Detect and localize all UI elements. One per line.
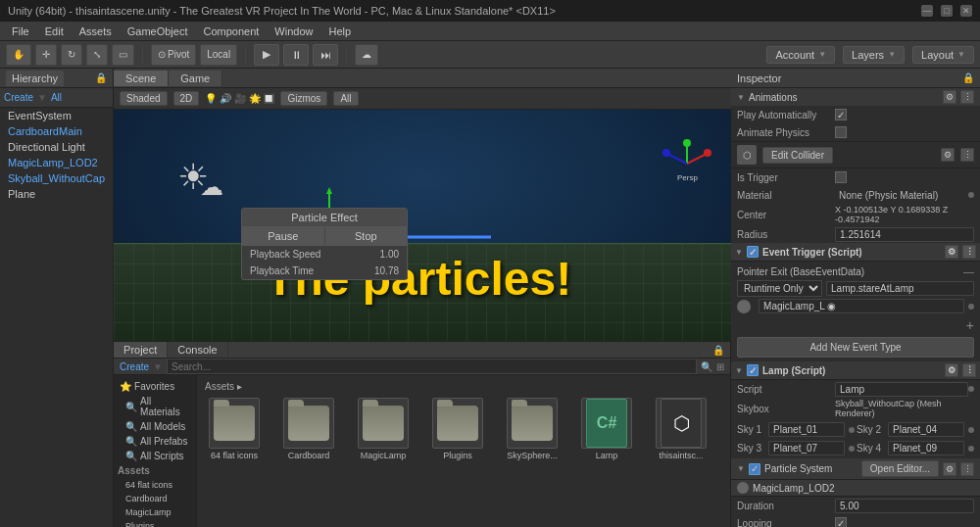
collider-settings[interactable]: ⚙ [941, 148, 955, 162]
rotate-tool[interactable]: ↻ [61, 44, 82, 66]
all-button[interactable]: All [333, 91, 358, 106]
hierarchy-item-plane[interactable]: Plane [0, 186, 113, 202]
asset-plugins[interactable]: Plugins [424, 398, 491, 460]
hierarchy-item-cardboardmain[interactable]: CardboardMain [0, 123, 113, 139]
menu-file[interactable]: File [4, 24, 37, 39]
sky1-dot[interactable] [849, 427, 855, 433]
event-overflow[interactable]: ⋮ [962, 245, 976, 259]
close-button[interactable]: ✕ [960, 5, 972, 17]
menu-window[interactable]: Window [267, 24, 320, 39]
is-trigger-checkbox[interactable] [835, 171, 847, 183]
stop-button[interactable]: Stop [325, 227, 408, 245]
animations-header[interactable]: ▼ Animations ⚙ ⋮ [731, 88, 980, 106]
anim-overflow[interactable]: ⋮ [960, 90, 974, 104]
local-button[interactable]: Local [200, 44, 237, 66]
sidebar-fav-models[interactable]: 🔍 All Models [114, 419, 196, 434]
lamp-dot[interactable] [968, 304, 974, 310]
menu-assets[interactable]: Assets [72, 24, 120, 39]
tab-project[interactable]: Project [114, 342, 168, 358]
rect-tool[interactable]: ▭ [112, 44, 134, 66]
particle-toggle[interactable]: ✓ [749, 463, 760, 475]
hierarchy-item-dirlight[interactable]: Directional Light [0, 139, 113, 155]
tab-console[interactable]: Console [168, 342, 227, 358]
lamp-overflow[interactable]: ⋮ [962, 363, 976, 377]
sky2-dot[interactable] [968, 427, 974, 433]
asset-lamp-cs[interactable]: C# Lamp [573, 398, 640, 460]
play-auto-checkbox[interactable]: ✓ [835, 109, 847, 120]
tab-game[interactable]: Game [169, 71, 222, 86]
sidebar-fav-scripts[interactable]: 🔍 All Scripts [114, 449, 196, 463]
scale-tool[interactable]: ⤡ [86, 44, 108, 66]
asset-skysphere[interactable]: SkySphere... [499, 398, 565, 460]
maximize-button[interactable]: □ [941, 5, 953, 17]
all-label[interactable]: All [51, 92, 62, 103]
asset-unity[interactable]: ⬡ thisaintsc... [648, 398, 714, 460]
step-button[interactable]: ⏭ [313, 44, 338, 66]
hierarchy-item-eventsystem[interactable]: EventSystem [0, 108, 113, 123]
script-dot[interactable] [968, 386, 974, 392]
sky4-dot[interactable] [968, 446, 974, 452]
animate-physics-checkbox[interactable] [835, 126, 847, 138]
radius-value[interactable]: 1.251614 [835, 227, 974, 242]
event-trigger-header[interactable]: ▼ ✓ Event Trigger (Script) ⚙ ⋮ [731, 243, 980, 262]
asset-64flat[interactable]: 64 flat icons [201, 398, 268, 460]
hand-tool[interactable]: ✋ [6, 44, 31, 66]
sidebar-magiclamp[interactable]: MagicLamp [114, 505, 196, 519]
sky3-dot[interactable] [849, 446, 855, 452]
particle-settings[interactable]: ⚙ [943, 462, 956, 476]
layout-button[interactable]: Layout ▼ [912, 46, 974, 64]
pause-button[interactable]: ⏸ [283, 44, 309, 66]
plus-button[interactable]: + [966, 317, 974, 333]
hierarchy-panel: Hierarchy 🔒 Create ▼ All EventSystem Car… [0, 69, 114, 527]
minimize-button[interactable]: — [921, 5, 933, 17]
sidebar-64flat[interactable]: 64 flat icons [114, 478, 196, 492]
shaded-button[interactable]: Shaded [120, 91, 167, 106]
looping-checkbox[interactable]: ✓ [835, 517, 847, 527]
sidebar-fav-prefabs[interactable]: 🔍 All Prefabs [114, 434, 196, 449]
pivot-button[interactable]: ⊙ Pivot [151, 44, 196, 66]
asset-magiclamp[interactable]: MagicLamp [350, 398, 416, 460]
animate-physics-label: Animate Physics [737, 127, 835, 138]
2d-button[interactable]: 2D [173, 91, 200, 106]
collider-overflow[interactable]: ⋮ [960, 148, 974, 162]
menu-gameobject[interactable]: GameObject [120, 24, 196, 39]
scene-viewport[interactable]: ☀ ☁ The particles! [114, 110, 731, 341]
material-dot[interactable] [968, 192, 974, 198]
sidebar-cardboard[interactable]: Cardboard [114, 492, 196, 505]
hierarchy-tab[interactable]: Hierarchy [6, 71, 64, 86]
open-editor-button[interactable]: Open Editor... [861, 460, 939, 477]
create-label[interactable]: Create [4, 92, 33, 103]
asset-cardboard[interactable]: Cardboard [275, 398, 342, 460]
account-button[interactable]: Account ▼ [766, 46, 835, 64]
hierarchy-item-magiclamp[interactable]: MagicLamp_LOD2 [0, 155, 113, 170]
menu-help[interactable]: Help [320, 24, 359, 39]
play-button[interactable]: ▶ [254, 44, 279, 66]
runtime-select[interactable]: Runtime Only [737, 280, 822, 297]
lamp-header[interactable]: ▼ ✓ Lamp (Script) ⚙ ⋮ [731, 361, 980, 380]
add-event-button[interactable]: Add New Event Type [737, 337, 974, 358]
duration-value[interactable]: 5.00 [835, 499, 974, 513]
menu-edit[interactable]: Edit [37, 24, 72, 39]
particle-overflow[interactable]: ⋮ [960, 462, 974, 476]
particle-system-header[interactable]: ▼ ✓ Particle System Open Editor... ⚙ ⋮ [731, 458, 980, 480]
folder-icon [432, 398, 483, 449]
layers-button[interactable]: Layers ▼ [843, 46, 905, 64]
tab-scene[interactable]: Scene [114, 71, 169, 86]
pause-button[interactable]: Pause [242, 227, 325, 245]
lamp-settings[interactable]: ⚙ [945, 363, 958, 377]
sidebar-plugins[interactable]: Plugins [114, 519, 196, 527]
edit-collider-button[interactable]: Edit Collider [762, 147, 833, 164]
collab-button[interactable]: ☁ [355, 44, 378, 66]
hierarchy-item-skyball[interactable]: Skyball_WithoutCap [0, 170, 113, 186]
project-search-input[interactable] [167, 359, 697, 374]
anim-settings[interactable]: ⚙ [943, 90, 956, 104]
move-tool[interactable]: ✛ [35, 44, 57, 66]
event-settings[interactable]: ⚙ [945, 245, 958, 259]
sidebar-fav-materials[interactable]: 🔍 All Materials [114, 394, 196, 419]
event-toggle[interactable]: ✓ [747, 246, 759, 258]
menu-component[interactable]: Component [195, 24, 267, 39]
minus-icon[interactable]: — [963, 265, 974, 277]
project-create[interactable]: Create [120, 361, 149, 372]
gizmos-button[interactable]: Gizmos [280, 91, 327, 106]
lamp-toggle[interactable]: ✓ [747, 364, 759, 376]
